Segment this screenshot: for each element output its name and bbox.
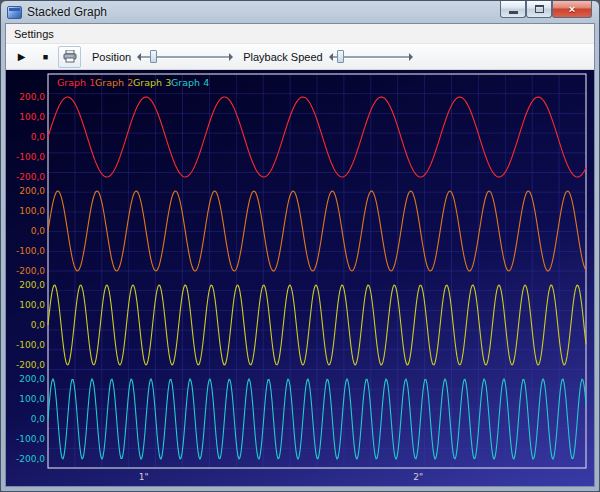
legend-graph-2: Graph 2 [95,77,133,88]
y-tick-label: 200,0 [19,186,45,196]
y-tick-label: 100,0 [19,112,45,122]
y-tick-label: 0,0 [31,226,46,236]
play-icon: ▶ [18,51,26,62]
print-button[interactable] [58,46,81,68]
playback-speed-slider[interactable] [329,48,413,66]
x-tick-label: 2" [413,472,423,482]
play-button[interactable]: ▶ [10,46,33,68]
stacked-chart: 200,0100,00,0-100,0-200,0Graph 1200,0100… [6,70,594,486]
y-tick-label: -200,0 [16,360,45,370]
position-slider-thumb[interactable] [150,50,157,63]
y-tick-label: 0,0 [31,132,46,142]
minimize-button[interactable] [500,1,526,18]
y-tick-label: -200,0 [16,266,45,276]
y-tick-label: 200,0 [19,374,45,384]
y-tick-label: 100,0 [19,300,45,310]
printer-icon [63,50,77,63]
y-tick-label: 200,0 [19,92,45,102]
stop-icon: ■ [43,52,48,62]
y-tick-label: 100,0 [19,394,45,404]
maximize-icon [535,5,544,13]
playback-speed-label: Playback Speed [243,51,323,63]
y-tick-label: -100,0 [16,340,45,350]
app-window: Stacked Graph × Settings ▶ ■ [0,0,600,492]
stop-button[interactable]: ■ [34,46,57,68]
window-title: Stacked Graph [27,5,107,19]
maximize-button[interactable] [526,1,552,18]
y-tick-label: -200,0 [16,172,45,182]
titlebar[interactable]: Stacked Graph × [5,1,595,23]
legend-graph-4: Graph 4 [171,77,209,88]
client-area: Settings ▶ ■ Position [5,23,595,487]
y-tick-label: -100,0 [16,246,45,256]
y-tick-label: 100,0 [19,206,45,216]
y-tick-label: 200,0 [19,280,45,290]
y-tick-label: 0,0 [31,414,46,424]
y-tick-label: -200,0 [16,454,45,464]
toolbar: ▶ ■ Position Playback Speed [6,44,594,70]
menu-item-settings[interactable]: Settings [6,25,62,43]
close-button[interactable]: × [552,1,592,18]
x-tick-label: 1" [139,472,149,482]
y-tick-label: -100,0 [16,434,45,444]
y-tick-label: 0,0 [31,320,46,330]
menubar: Settings [6,24,594,44]
slider-groove[interactable] [333,56,409,58]
chart-area: 200,0100,00,0-100,0-200,0Graph 1200,0100… [6,70,594,486]
legend-graph-3: Graph 3 [133,77,171,88]
speed-slider-thumb[interactable] [337,50,344,63]
slider-right-arrow-icon [229,53,233,61]
minimize-icon [509,11,518,14]
window-controls: × [500,1,592,18]
close-icon: × [569,3,575,15]
slider-right-arrow-icon [409,53,413,61]
legend-graph-1: Graph 1 [57,77,95,88]
app-icon [7,6,22,19]
position-label: Position [92,51,131,63]
y-tick-label: -100,0 [16,152,45,162]
position-slider[interactable] [137,48,233,66]
